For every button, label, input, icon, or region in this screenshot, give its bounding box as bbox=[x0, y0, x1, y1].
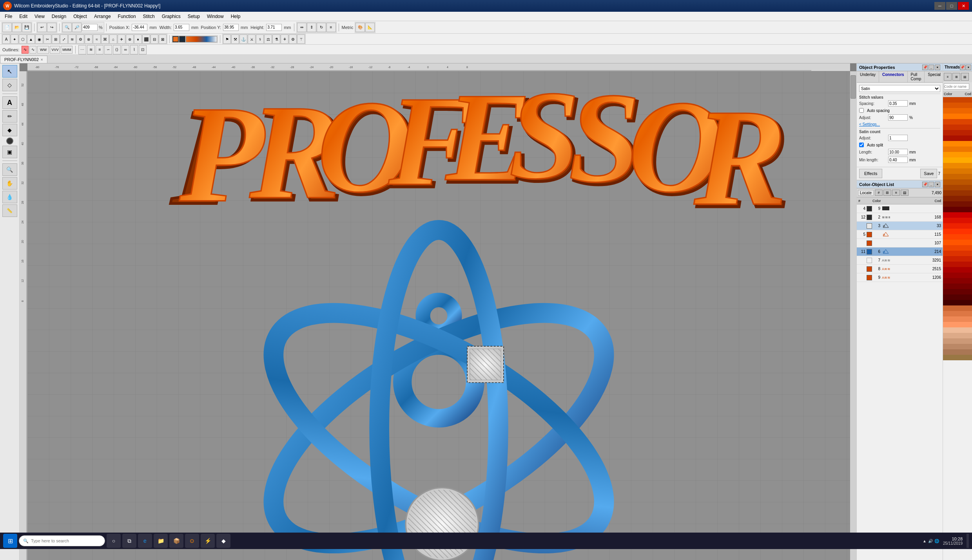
tab-pull-comp[interactable]: Pull Comp bbox=[908, 71, 925, 82]
doc-tab-close[interactable]: × bbox=[41, 58, 43, 62]
stitch-btn11[interactable]: ⊗ bbox=[85, 34, 92, 44]
thread-swatch-8[interactable] bbox=[943, 135, 972, 141]
thread-swatch-10[interactable] bbox=[943, 146, 972, 152]
thread-swatch-34[interactable] bbox=[943, 278, 972, 284]
auto-spacing-check[interactable] bbox=[859, 108, 864, 113]
col-row-4[interactable]: 5 ≋ 115 bbox=[857, 230, 943, 239]
display-btn2[interactable]: 📐 bbox=[365, 23, 375, 32]
action-btn1[interactable]: ⚑ bbox=[223, 34, 231, 44]
stitch-btn15[interactable]: ✈ bbox=[118, 34, 125, 44]
col-row-2[interactable]: 12 2 ≋≋≋ 168 bbox=[857, 213, 943, 222]
thread-swatch-45[interactable] bbox=[943, 338, 972, 344]
menu-graphics[interactable]: Graphics bbox=[159, 13, 184, 20]
text-tool[interactable]: A bbox=[2, 96, 17, 109]
action-btn3[interactable]: ⚓ bbox=[239, 34, 247, 44]
outline-btn3[interactable]: WW bbox=[37, 46, 49, 54]
stitch-btn14[interactable]: ⌂ bbox=[109, 34, 117, 44]
threads-ctrl-1[interactable]: ≡ bbox=[944, 73, 952, 81]
eyedropper-tool[interactable]: 💧 bbox=[2, 191, 17, 203]
stitch-btn5[interactable]: ◉ bbox=[35, 34, 43, 44]
style-btn6[interactable]: ∞ bbox=[121, 45, 129, 54]
measure-tool[interactable]: 📏 bbox=[2, 204, 17, 217]
menu-help[interactable]: Help bbox=[228, 13, 244, 20]
draw-tool[interactable]: ✏ bbox=[2, 110, 17, 123]
stitch-btn13[interactable]: ⌘ bbox=[101, 34, 109, 44]
thread-swatch-5[interactable] bbox=[943, 119, 972, 125]
pos-x-input[interactable]: -36.44 bbox=[132, 24, 147, 31]
action-btn6[interactable]: ⚖ bbox=[264, 34, 272, 44]
effects-button[interactable]: Effects bbox=[859, 169, 882, 178]
stitch-btn9[interactable]: ≋ bbox=[68, 34, 76, 44]
style-btn5[interactable]: ⟨⟩ bbox=[113, 45, 121, 54]
thread-swatch-7[interactable] bbox=[943, 130, 972, 135]
style-btn7[interactable]: ⌇ bbox=[130, 45, 138, 54]
rotate-btn[interactable]: ↻ bbox=[317, 23, 326, 32]
col-row-9[interactable]: 9 A≋≋ 1206 bbox=[857, 273, 943, 282]
thread-swatch-17[interactable] bbox=[943, 185, 972, 190]
maximize-button[interactable]: □ bbox=[946, 2, 957, 10]
thread-swatch-25[interactable] bbox=[943, 229, 972, 234]
thread-swatch-4[interactable] bbox=[943, 114, 972, 119]
menu-edit[interactable]: Edit bbox=[16, 13, 31, 20]
tab-icon-4[interactable]: ▤ bbox=[901, 190, 909, 196]
thread-swatch-40[interactable] bbox=[943, 311, 972, 316]
select-tool[interactable]: ↖ bbox=[2, 65, 17, 78]
style-btn2[interactable]: ≋ bbox=[87, 45, 95, 54]
taskbar-chrome[interactable]: ⊙ bbox=[185, 534, 199, 548]
canvas-content[interactable]: P R O F E S S O R P bbox=[27, 71, 850, 560]
thread-swatch-46[interactable] bbox=[943, 344, 972, 349]
taskbar-ie[interactable]: e bbox=[138, 534, 152, 548]
thread-swatch-20[interactable] bbox=[943, 201, 972, 207]
fill-type-select[interactable]: Satin Fill Run bbox=[859, 85, 940, 92]
color-swatch-dark[interactable] bbox=[179, 36, 185, 42]
stitch-btn18[interactable]: ⬛ bbox=[142, 34, 150, 44]
outline-btn4[interactable]: VVV bbox=[50, 46, 60, 54]
threads-ctrl-3[interactable]: ▤ bbox=[961, 73, 969, 81]
thread-swatch-11[interactable] bbox=[943, 152, 972, 157]
thread-swatch-37[interactable] bbox=[943, 294, 972, 300]
thread-swatch-9[interactable] bbox=[943, 141, 972, 146]
menu-object[interactable]: Object bbox=[70, 13, 90, 20]
show-desktop-btn[interactable] bbox=[967, 534, 969, 548]
thread-swatch-14[interactable] bbox=[943, 168, 972, 174]
thread-swatch-35[interactable] bbox=[943, 284, 972, 289]
stitch-btn17[interactable]: ♦ bbox=[134, 34, 142, 44]
menu-arrange[interactable]: Arrange bbox=[91, 13, 114, 20]
style-btn1[interactable]: ⋯ bbox=[78, 45, 86, 54]
threads-ctrl-2[interactable]: ⊞ bbox=[952, 73, 960, 81]
thread-swatch-44[interactable] bbox=[943, 333, 972, 338]
tab-icon-2[interactable]: ⊞ bbox=[883, 190, 891, 196]
col-row-6[interactable]: 11 6 ≋ 214 bbox=[857, 247, 943, 256]
start-button[interactable]: ⊞ bbox=[3, 534, 17, 548]
pos-y-input[interactable]: 38.95 bbox=[223, 24, 239, 31]
save-button[interactable]: Save bbox=[920, 169, 937, 178]
scroll-thumb-v[interactable] bbox=[850, 75, 856, 99]
thread-swatch-48[interactable] bbox=[943, 355, 972, 360]
thread-swatch-30[interactable] bbox=[943, 256, 972, 262]
thread-swatch-26[interactable] bbox=[943, 234, 972, 240]
stitch-btn3[interactable]: ⬡ bbox=[19, 34, 27, 44]
col-row-3[interactable]: 3 ≋ 33 bbox=[857, 222, 943, 230]
tab-special[interactable]: Special bbox=[925, 71, 944, 82]
minimize-button[interactable]: ─ bbox=[934, 2, 945, 10]
tab-connectors[interactable]: Connectors bbox=[879, 71, 908, 82]
hand-tool[interactable]: ✋ bbox=[2, 177, 17, 190]
thread-swatch-1[interactable] bbox=[943, 97, 972, 103]
thread-swatch-43[interactable] bbox=[943, 327, 972, 333]
canvas-area[interactable]: -80 -76 -72 -68 -64 -60 -56 -52 -48 -44 … bbox=[20, 63, 856, 560]
menu-function[interactable]: Function bbox=[115, 13, 139, 20]
new-btn[interactable]: 📄 bbox=[2, 23, 12, 32]
thread-swatch-23[interactable] bbox=[943, 218, 972, 223]
thread-swatch-24[interactable] bbox=[943, 223, 972, 229]
thread-swatch-3[interactable] bbox=[943, 108, 972, 114]
thread-swatch-22[interactable] bbox=[943, 212, 972, 218]
thread-swatch-18[interactable] bbox=[943, 190, 972, 196]
menu-setup[interactable]: Setup bbox=[185, 13, 203, 20]
auto-split-check[interactable] bbox=[859, 143, 864, 147]
menu-file[interactable]: File bbox=[2, 13, 15, 20]
taskbar-taskview[interactable]: ⧉ bbox=[122, 534, 136, 548]
menu-view[interactable]: View bbox=[31, 13, 48, 20]
color-swatch-orange[interactable] bbox=[172, 36, 179, 42]
scrollbar-v[interactable] bbox=[850, 71, 856, 560]
stitch-btn19[interactable]: ⊟ bbox=[151, 34, 158, 44]
